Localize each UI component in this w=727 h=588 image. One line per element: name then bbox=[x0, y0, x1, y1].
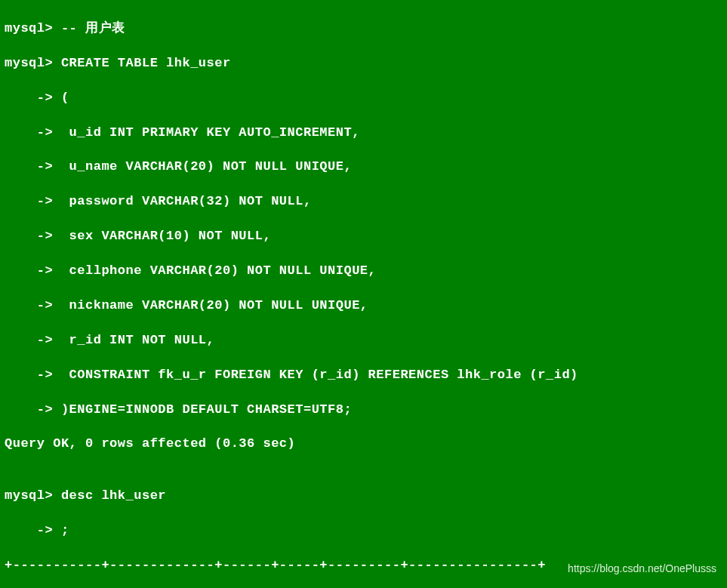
terminal-line: mysql> -- 用户表 bbox=[5, 20, 722, 38]
terminal-line: -> r_id INT NOT NULL, bbox=[5, 332, 722, 349]
terminal-line: -> cellphone VARCHAR(20) NOT NULL UNIQUE… bbox=[5, 263, 722, 280]
terminal-line: -> password VARCHAR(32) NOT NULL, bbox=[5, 193, 722, 211]
terminal-line: -> ( bbox=[5, 90, 722, 107]
terminal-line: -> u_id INT PRIMARY KEY AUTO_INCREMENT, bbox=[5, 125, 722, 142]
mysql-terminal[interactable]: mysql> -- 用户表 mysql> CREATE TABLE lhk_us… bbox=[5, 3, 722, 588]
terminal-line: -> nickname VARCHAR(20) NOT NULL UNIQUE, bbox=[5, 297, 722, 315]
watermark-text: https://blog.csdn.net/OnePlusss bbox=[568, 562, 716, 576]
terminal-line: -> CONSTRAINT fk_u_r FOREIGN KEY (r_id) … bbox=[5, 367, 722, 384]
terminal-line: mysql> CREATE TABLE lhk_user bbox=[5, 55, 722, 72]
terminal-line: -> )ENGINE=INNODB DEFAULT CHARSET=UTF8; bbox=[5, 402, 722, 419]
terminal-line: -> sex VARCHAR(10) NOT NULL, bbox=[5, 228, 722, 245]
terminal-line: -> u_name VARCHAR(20) NOT NULL UNIQUE, bbox=[5, 159, 722, 176]
query-result-status: Query OK, 0 rows affected (0.36 sec) bbox=[5, 436, 722, 453]
terminal-line: mysql> desc lhk_user bbox=[5, 488, 722, 505]
terminal-line: -> ; bbox=[5, 522, 722, 540]
